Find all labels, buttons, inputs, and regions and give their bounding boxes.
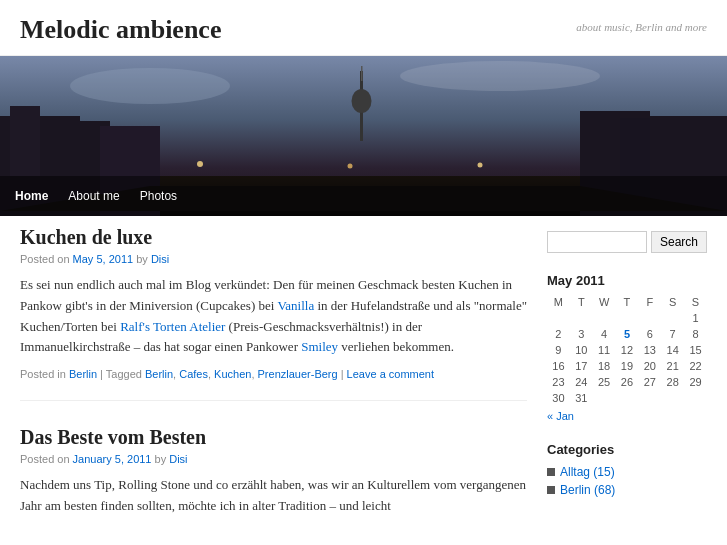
calendar-row: 1: [547, 310, 707, 326]
post-1-cat-link[interactable]: Berlin: [69, 368, 97, 380]
calendar-row: 9101112131415: [547, 342, 707, 358]
calendar-cell[interactable]: 29: [684, 374, 707, 390]
category-item: Berlin (68): [547, 483, 707, 497]
calendar-cell[interactable]: 21: [661, 358, 684, 374]
calendar-cell[interactable]: 3: [570, 326, 593, 342]
site-tagline: about music, Berlin and more: [576, 21, 707, 33]
calendar-cell[interactable]: 1: [684, 310, 707, 326]
calendar-cell[interactable]: 16: [547, 358, 570, 374]
calendar-cell[interactable]: 6: [638, 326, 661, 342]
svg-point-9: [197, 161, 203, 167]
calendar-title: May 2011: [547, 273, 707, 288]
calendar-cell[interactable]: 30: [547, 390, 570, 406]
calendar-cell: [616, 310, 639, 326]
calendar-cell[interactable]: 7: [661, 326, 684, 342]
calendar-row: 3031: [547, 390, 707, 406]
calendar-cell[interactable]: 27: [638, 374, 661, 390]
cal-header-t1: T: [570, 294, 593, 310]
post-1-date-link[interactable]: May 5, 2011: [73, 253, 134, 265]
hero-image: Home About me Photos: [0, 56, 727, 216]
calendar-cell: [661, 390, 684, 406]
calendar-row: 2345678: [547, 326, 707, 342]
calendar-cell[interactable]: 18: [593, 358, 616, 374]
cal-header-s2: S: [684, 294, 707, 310]
search-button[interactable]: Search: [651, 231, 707, 253]
calendar-cell[interactable]: 9: [547, 342, 570, 358]
post-1: Kuchen de luxe Posted on May 5, 2011 by …: [20, 226, 527, 401]
post-1-meta: Posted on May 5, 2011 by Disi: [20, 253, 527, 265]
calendar-cell: [638, 310, 661, 326]
calendar-cell[interactable]: 10: [570, 342, 593, 358]
svg-point-17: [400, 61, 600, 91]
post-1-author-link[interactable]: Disi: [151, 253, 169, 265]
categories-widget: Categories Alltag (15)Berlin (68): [547, 442, 707, 497]
calendar-cell[interactable]: 28: [661, 374, 684, 390]
post-1-tag-pb[interactable]: Prenzlauer-Berg: [258, 368, 338, 380]
categories-title: Categories: [547, 442, 707, 457]
post-2-content: Nachdem uns Tip, Rolling Stone und co er…: [20, 475, 527, 517]
calendar-cell[interactable]: 4: [593, 326, 616, 342]
content-wrap: Kuchen de luxe Posted on May 5, 2011 by …: [0, 216, 727, 545]
calendar-cell[interactable]: 31: [570, 390, 593, 406]
post-2-meta: Posted on January 5, 2011 by Disi: [20, 453, 527, 465]
nav-home[interactable]: Home: [15, 189, 48, 203]
nav-about[interactable]: About me: [68, 189, 119, 203]
category-link[interactable]: Berlin (68): [560, 483, 615, 497]
calendar-cell[interactable]: 15: [684, 342, 707, 358]
categories-list: Alltag (15)Berlin (68): [547, 465, 707, 497]
post-1-footer: Posted in Berlin | Tagged Berlin, Cafes,…: [20, 368, 527, 380]
calendar-cell[interactable]: 2: [547, 326, 570, 342]
post-1-ralf-link[interactable]: Ralf's Torten Atelier: [120, 319, 225, 334]
site-header: Melodic ambience about music, Berlin and…: [0, 0, 727, 56]
post-1-smiley-link[interactable]: Smiley: [301, 339, 338, 354]
post-1-tag-berlin[interactable]: Berlin: [145, 368, 173, 380]
cal-header-t2: T: [616, 294, 639, 310]
calendar-cell[interactable]: 19: [616, 358, 639, 374]
cal-header-w: W: [593, 294, 616, 310]
post-2-date-link[interactable]: January 5, 2011: [73, 453, 152, 465]
cal-header-s1: S: [661, 294, 684, 310]
calendar-cell[interactable]: 23: [547, 374, 570, 390]
calendar-widget: May 2011 M T W T F S S 1: [547, 273, 707, 422]
sidebar: Search May 2011 M T W T F S S: [547, 226, 707, 545]
nav-photos[interactable]: Photos: [140, 189, 177, 203]
calendar-cell: [684, 390, 707, 406]
calendar-cell[interactable]: 25: [593, 374, 616, 390]
calendar-cell[interactable]: 26: [616, 374, 639, 390]
post-1-comment-link[interactable]: Leave a comment: [347, 368, 434, 380]
category-bullet-icon: [547, 468, 555, 476]
calendar-cell[interactable]: 17: [570, 358, 593, 374]
calendar-cell[interactable]: 14: [661, 342, 684, 358]
main-content: Kuchen de luxe Posted on May 5, 2011 by …: [20, 226, 527, 545]
post-2-title-link[interactable]: Das Beste vom Besten: [20, 426, 206, 448]
category-item: Alltag (15): [547, 465, 707, 479]
calendar-nav: « Jan: [547, 410, 707, 422]
calendar-cell[interactable]: 13: [638, 342, 661, 358]
post-1-tag-kuchen[interactable]: Kuchen: [214, 368, 251, 380]
category-link[interactable]: Alltag (15): [560, 465, 615, 479]
calendar-cell[interactable]: 8: [684, 326, 707, 342]
search-widget: Search: [547, 231, 707, 253]
calendar-body: 1234567891011121314151617181920212223242…: [547, 310, 707, 406]
calendar-cell[interactable]: 24: [570, 374, 593, 390]
post-1-vanilla-link[interactable]: Vanilla: [277, 298, 314, 313]
calendar-cell[interactable]: 5: [616, 326, 639, 342]
cal-header-m: M: [547, 294, 570, 310]
cal-header-f: F: [638, 294, 661, 310]
post-1-tag-cafes[interactable]: Cafes: [179, 368, 208, 380]
calendar-cell: [570, 310, 593, 326]
search-input[interactable]: [547, 231, 647, 253]
calendar-cell[interactable]: 11: [593, 342, 616, 358]
calendar-cell: [593, 310, 616, 326]
calendar-prev-link[interactable]: « Jan: [547, 410, 574, 422]
category-bullet-icon: [547, 486, 555, 494]
calendar-cell: [616, 390, 639, 406]
svg-point-11: [478, 163, 483, 168]
calendar-cell[interactable]: 12: [616, 342, 639, 358]
calendar-cell[interactable]: 22: [684, 358, 707, 374]
post-2-author-link[interactable]: Disi: [169, 453, 187, 465]
post-1-title-link[interactable]: Kuchen de luxe: [20, 226, 152, 248]
svg-point-16: [70, 68, 230, 104]
calendar-cell[interactable]: 20: [638, 358, 661, 374]
calendar-row: 16171819202122: [547, 358, 707, 374]
